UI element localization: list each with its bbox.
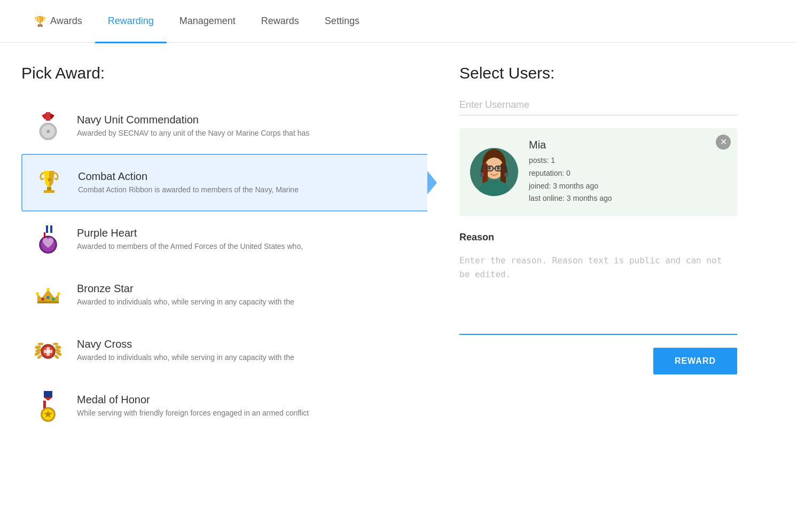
pick-award-title: Pick Award:	[21, 64, 427, 82]
nav-rewards[interactable]: Rewards	[248, 0, 312, 43]
svg-point-24	[52, 298, 55, 301]
award-item-purple-heart[interactable]: Purple Heart Awarded to members of the A…	[21, 212, 427, 267]
reason-label: Reason	[459, 232, 737, 243]
trophy-icon: 🏆	[34, 15, 46, 27]
award-list: ★ Navy Unit Commendation Awarded by SECN…	[21, 98, 427, 434]
award-info-medal-of-honor: Medal of Honor While serving with friend…	[77, 394, 419, 419]
svg-text:★: ★	[45, 128, 51, 135]
award-info-purple-heart: Purple Heart Awarded to members of the A…	[77, 227, 419, 252]
award-icon-bronze-star	[30, 277, 66, 313]
award-item-bronze-star[interactable]: Bronze Star Awarded to individuals who, …	[21, 267, 427, 323]
reason-textarea[interactable]	[459, 249, 737, 335]
award-icon-combat-action: ★	[31, 165, 67, 201]
award-info-combat-action: Combat Action Combat Action Ribbon is aw…	[78, 170, 419, 195]
svg-rect-3	[46, 112, 50, 121]
svg-rect-14	[50, 225, 52, 233]
svg-rect-7	[47, 187, 51, 190]
remove-user-button[interactable]: ✕	[716, 135, 731, 150]
award-icon-medal-of-honor	[30, 388, 66, 424]
main-content: Pick Award: ★	[0, 43, 797, 455]
award-info-navy-unit: Navy Unit Commendation Awarded by SECNAV…	[77, 114, 419, 139]
award-item-navy-unit[interactable]: ★ Navy Unit Commendation Awarded by SECN…	[21, 98, 427, 154]
svg-point-20	[46, 288, 50, 291]
svg-text:★: ★	[46, 176, 52, 183]
svg-point-55	[497, 167, 500, 170]
award-item-navy-cross[interactable]: Navy Cross Awarded to individuals who, w…	[21, 323, 427, 378]
svg-rect-8	[44, 190, 54, 193]
svg-rect-11	[44, 225, 46, 233]
user-card: Mia posts: 1 reputation: 0 joined: 3 mon…	[459, 128, 737, 216]
svg-point-19	[36, 292, 39, 295]
reward-button[interactable]: REWARD	[653, 348, 737, 374]
svg-point-58	[504, 173, 509, 177]
nav-awards[interactable]: 🏆 Awards	[21, 0, 95, 43]
select-users-title: Select Users:	[459, 64, 737, 82]
svg-rect-41	[43, 401, 46, 408]
right-panel: Select Users:	[459, 64, 737, 434]
svg-point-34	[53, 343, 58, 346]
svg-point-21	[57, 292, 60, 295]
svg-rect-12	[46, 225, 48, 233]
reward-btn-wrap: REWARD	[459, 348, 737, 374]
user-avatar	[470, 148, 518, 196]
svg-point-22	[41, 298, 44, 301]
award-item-combat-action[interactable]: ★ Combat Action Combat Action Ribbon is …	[21, 154, 427, 212]
svg-rect-39	[44, 391, 52, 397]
nav-settings[interactable]: Settings	[312, 0, 372, 43]
award-info-bronze-star: Bronze Star Awarded to individuals who, …	[77, 283, 419, 308]
award-item-medal-of-honor[interactable]: Medal of Honor While serving with friend…	[21, 378, 427, 434]
left-panel: Pick Award: ★	[21, 64, 427, 434]
username-input[interactable]	[459, 95, 737, 115]
svg-point-57	[480, 173, 484, 177]
svg-point-29	[38, 343, 43, 346]
award-icon-purple-heart	[30, 221, 66, 257]
svg-rect-38	[44, 350, 52, 353]
svg-rect-17	[44, 232, 45, 237]
svg-rect-13	[48, 225, 50, 233]
svg-point-54	[488, 167, 491, 170]
award-icon-navy-cross	[30, 332, 66, 369]
nav-management[interactable]: Management	[167, 0, 248, 43]
nav-bar: 🏆 Awards Rewarding Management Rewards Se…	[0, 0, 797, 43]
svg-point-23	[46, 296, 50, 299]
user-info: Mia posts: 1 reputation: 0 joined: 3 mon…	[529, 139, 726, 205]
award-info-navy-cross: Navy Cross Awarded to individuals who, w…	[77, 338, 419, 363]
svg-marker-40	[44, 397, 52, 401]
nav-rewarding[interactable]: Rewarding	[95, 0, 167, 43]
award-icon-navy-unit: ★	[30, 108, 66, 144]
